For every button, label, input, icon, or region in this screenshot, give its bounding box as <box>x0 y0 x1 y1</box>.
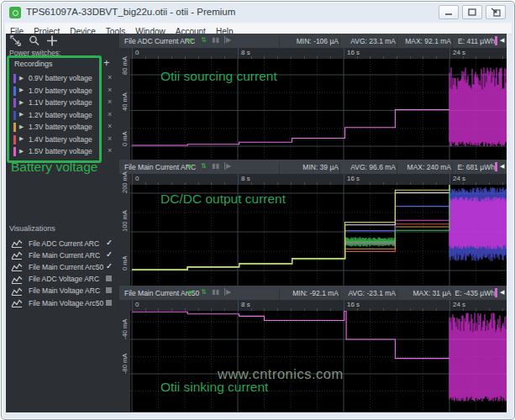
maximize-button[interactable] <box>462 5 482 19</box>
stat-energy: E: 411 µWh <box>452 37 495 48</box>
recording-label: 1.3V battery voltage <box>29 123 92 131</box>
expand-triangle-icon[interactable]: ▶ <box>19 148 24 155</box>
x-tick-label: 8 s <box>241 301 250 308</box>
recording-item[interactable]: ▶ 1.5V battery voltage × <box>13 146 113 157</box>
pause-icon[interactable]: ▮▮ <box>212 162 219 170</box>
x-tick-label: 0 <box>135 175 139 182</box>
x-tick-label: 8 s <box>241 49 250 56</box>
minimize-button[interactable] <box>439 5 459 19</box>
pause-icon[interactable]: ▮▮ <box>212 288 219 296</box>
x-tick-label: 0 <box>135 301 139 308</box>
recordings-header: Recordings <box>14 60 53 68</box>
chart-title: File Main Current ARC <box>124 163 196 171</box>
x-tick-label: 16 s <box>347 301 360 308</box>
checked-icon[interactable]: ✓ <box>106 249 113 259</box>
collapse-arrow-icon[interactable]: ◀ <box>500 37 504 44</box>
play-icon[interactable]: ▶ <box>224 162 231 170</box>
remove-recording-icon[interactable]: × <box>108 122 112 130</box>
plot-area[interactable]: Otii sinking current <box>130 311 507 412</box>
recording-item[interactable]: ▶ 1.2V battery voltage × <box>13 110 113 121</box>
recording-color-chip <box>13 98 16 108</box>
time-axis[interactable]: 08 s16 s24 s <box>130 48 507 59</box>
time-axis[interactable]: 08 s16 s24 s <box>130 300 507 311</box>
expand-triangle-icon[interactable]: ▶ <box>19 135 24 142</box>
window-title: TPS61097A-33DBVT_big22u.otii - otii - Pr… <box>26 7 235 17</box>
stat-min: MIN: -92.1 mA <box>279 289 339 300</box>
x-major-tick <box>449 174 450 185</box>
checked-icon[interactable]: ✓ <box>106 261 113 270</box>
remove-recording-icon[interactable]: × <box>108 73 112 81</box>
time-axis[interactable]: 08 s16 s24 s <box>130 174 507 185</box>
remove-recording-icon[interactable]: × <box>108 97 112 106</box>
stat-max: MAX: 31 µA <box>397 289 451 300</box>
recording-label: 0.9V battery voltage <box>29 74 92 82</box>
fit-horizontal-icon[interactable]: ◂▸ <box>187 288 193 296</box>
cursor-marker <box>495 288 497 297</box>
visualization-item[interactable]: File Main Voltage ARC <box>9 286 117 297</box>
x-tick-label: 0 <box>135 49 139 56</box>
recording-item[interactable]: ▶ 1.0V battery voltage × <box>13 86 113 97</box>
otii-app-icon <box>9 7 21 18</box>
selection-icon[interactable] <box>10 35 22 46</box>
expand-triangle-icon[interactable]: ▶ <box>19 123 24 130</box>
unchecked-box-icon[interactable] <box>106 300 112 306</box>
recording-label: 1.0V battery voltage <box>29 87 92 95</box>
app-window: TPS61097A-33DBVT_big22u.otii - otii - Pr… <box>1 1 515 420</box>
fit-horizontal-icon[interactable]: ◂▸ <box>187 162 193 170</box>
plot-area[interactable]: Otii sourcing current <box>130 59 507 160</box>
recording-label: 1.4V battery voltage <box>29 135 92 144</box>
expand-triangle-icon[interactable]: ▶ <box>19 87 24 93</box>
recording-item[interactable]: ▶ 1.4V battery voltage × <box>13 134 113 145</box>
close-button[interactable] <box>486 5 506 19</box>
x-major-tick <box>449 300 450 311</box>
x-major-tick <box>238 300 239 311</box>
title-bar[interactable]: TPS61097A-33DBVT_big22u.otii - otii - Pr… <box>2 2 514 23</box>
remove-recording-icon[interactable]: × <box>108 146 112 155</box>
chart-line-icon <box>11 239 23 248</box>
plot-area[interactable]: DC/DC output current <box>130 185 507 286</box>
fit-vertical-icon[interactable]: ⇅ <box>201 162 207 170</box>
y-tick-label: -40 mA <box>121 319 129 339</box>
pause-icon[interactable]: ▮▮ <box>212 36 219 44</box>
expand-triangle-icon[interactable]: ▶ <box>19 75 24 81</box>
app-content: Power switches: Recordings + ▶ 0.9V batt… <box>6 34 507 412</box>
chart-header: File Main Current ARC ◂▸ ⇅ ▮▮ ▶ MIN: 39 … <box>119 160 507 174</box>
expand-triangle-icon[interactable]: ▶ <box>19 99 24 106</box>
add-recording-button[interactable]: + <box>103 56 110 69</box>
checked-icon[interactable]: ✓ <box>106 238 113 247</box>
visualization-item[interactable]: File Main Current Arc50 ✓ <box>9 261 117 272</box>
recording-item[interactable]: ▶ 0.9V battery voltage × <box>13 73 113 84</box>
fit-vertical-icon[interactable]: ⇅ <box>201 36 207 44</box>
x-tick-label: 24 s <box>453 301 465 308</box>
y-tick-label: 100 mA <box>121 210 129 232</box>
visualization-item[interactable]: File ADC Voltage ARC <box>9 274 117 285</box>
fit-vertical-icon[interactable]: ⇅ <box>201 288 207 296</box>
play-icon[interactable]: ▶ <box>224 288 231 296</box>
zoom-icon[interactable] <box>29 35 40 46</box>
y-tick-label: 200 mA <box>121 171 129 193</box>
chart-line-icon <box>11 299 23 307</box>
unchecked-box-icon[interactable] <box>106 287 112 293</box>
collapse-arrow-icon[interactable]: ◀ <box>500 289 504 296</box>
fit-horizontal-icon[interactable]: ◂▸ <box>187 36 193 44</box>
expand-triangle-icon[interactable]: ▶ <box>19 111 24 118</box>
remove-recording-icon[interactable]: × <box>108 86 112 94</box>
unchecked-box-icon[interactable] <box>106 276 112 281</box>
y-tick-label: 0 mA <box>121 132 129 147</box>
play-icon[interactable]: ▶ <box>224 36 231 44</box>
visualization-label: File Main Current ARC <box>29 251 100 260</box>
chart-panel: File Main Current ARC ◂▸ ⇅ ▮▮ ▶ MIN: 39 … <box>119 160 507 286</box>
y-axis-labels: 0 mA40 mA80 mA <box>119 48 130 160</box>
remove-recording-icon[interactable]: × <box>108 134 112 143</box>
x-major-tick <box>132 300 133 311</box>
collapse-arrow-icon[interactable]: ◀ <box>500 163 504 170</box>
pan-icon[interactable] <box>46 35 58 46</box>
visualizations-header: Visualizations <box>9 224 55 233</box>
recording-item[interactable]: ▶ 1.1V battery voltage × <box>13 97 113 108</box>
recording-item[interactable]: ▶ 1.3V battery voltage × <box>13 122 113 133</box>
remove-recording-icon[interactable]: × <box>108 110 112 118</box>
visualization-item[interactable]: File ADC Current ARC ✓ <box>9 238 117 249</box>
chart-panel: File ADC Current ARC ◂▸ ⇅ ▮▮ ▶ MIN: -106… <box>119 34 507 160</box>
visualization-item[interactable]: File Main Voltage Arc50 <box>9 297 117 308</box>
visualization-item[interactable]: File Main Current ARC ✓ <box>9 249 117 260</box>
